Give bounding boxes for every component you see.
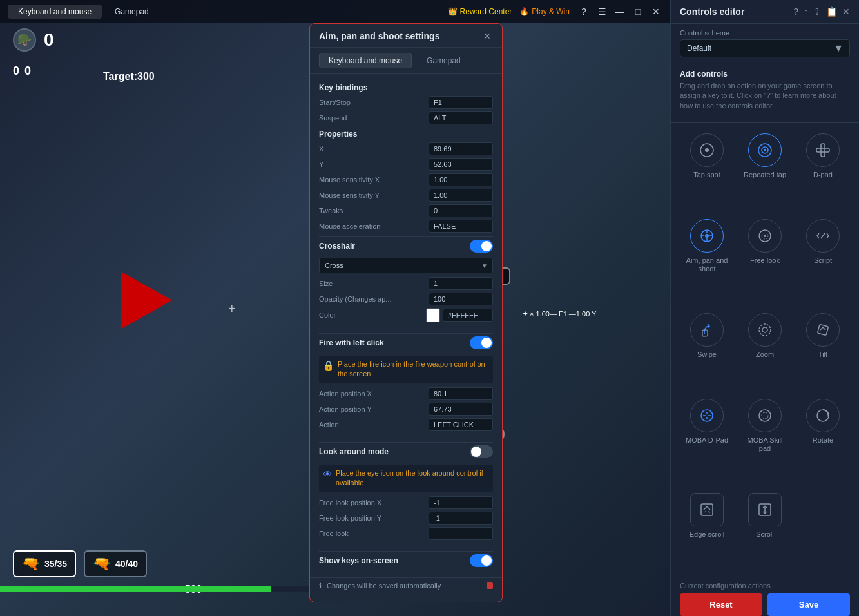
moba-skill-icon-box — [748, 399, 782, 432]
moba-skill-label: MOBA Skill pad — [740, 436, 789, 453]
toggle-show-keys[interactable] — [470, 554, 493, 567]
tilt-label: Tilt — [818, 351, 827, 359]
reward-center[interactable]: 👑 Reward Center — [448, 7, 512, 16]
weapon-slot-primary[interactable]: 🔫 35/35 — [13, 550, 76, 577]
section-properties: Properties — [319, 130, 493, 139]
controls-grid: Tap spot Repeated tap D-pad — [671, 123, 859, 575]
script-icon-box — [806, 219, 840, 253]
maximize-icon[interactable]: □ — [632, 5, 644, 18]
label-show-keys: Show keys on-screen — [319, 556, 398, 565]
field-x: X — [319, 142, 493, 155]
input-tweaks[interactable] — [429, 204, 493, 217]
input-free-look[interactable] — [429, 527, 493, 540]
menu-icon[interactable]: ☰ — [595, 5, 608, 18]
crosshair-type-select[interactable]: Cross — [319, 258, 493, 273]
edge-scroll-icon — [698, 501, 716, 519]
modal-close-button[interactable]: ✕ — [481, 30, 493, 42]
label-tweaks: Tweaks — [319, 207, 429, 215]
aim-pan-shoot-label: Aim, pan and shoot — [682, 256, 731, 273]
label-y: Y — [319, 160, 429, 168]
svg-point-18 — [759, 324, 771, 336]
control-zoom[interactable]: Zoom — [738, 308, 792, 390]
control-tilt[interactable]: Tilt — [796, 308, 850, 390]
label-action: Action — [319, 421, 429, 428]
control-moba-skill[interactable]: MOBA Skill pad — [738, 394, 792, 484]
zoom-icon-box — [748, 313, 782, 347]
input-free-look-x[interactable] — [429, 496, 493, 509]
field-action: Action — [319, 418, 493, 431]
input-x[interactable] — [429, 142, 493, 155]
weapon-icon-primary: 🔫 — [22, 555, 39, 572]
label-free-look-y: Free look position Y — [319, 514, 429, 522]
control-rotate[interactable]: Rotate — [796, 394, 850, 484]
weapon-slot-secondary[interactable]: 🔫 40/40 — [84, 550, 147, 577]
input-opacity[interactable] — [429, 293, 493, 305]
tab-gamepad[interactable]: Gamepad — [104, 5, 159, 19]
scheme-select[interactable]: Default — [680, 39, 850, 57]
control-tap-spot[interactable]: Tap spot — [680, 128, 734, 210]
minimize-icon[interactable]: — — [613, 5, 626, 18]
control-repeated-tap[interactable]: Repeated tap — [738, 128, 792, 210]
help-icon[interactable]: ? — [577, 5, 590, 18]
aim-icon — [698, 227, 716, 245]
ammo-secondary: 40/40 — [115, 559, 138, 569]
control-swipe[interactable]: Swipe — [680, 308, 734, 390]
toggle-fire[interactable] — [470, 336, 493, 349]
unsaved-dot — [487, 582, 493, 589]
input-color[interactable] — [443, 309, 493, 322]
dpad-icon-box — [806, 133, 840, 167]
input-action-y[interactable] — [429, 403, 493, 416]
right-header-icons: ? ↑ ⇪ 📋 ✕ — [793, 6, 850, 17]
input-free-look-y[interactable] — [429, 512, 493, 525]
field-y: Y — [319, 158, 493, 171]
scheme-label: Control scheme — [680, 29, 850, 37]
control-moba-dpad[interactable]: MOBA D-Pad — [680, 394, 734, 484]
crown-icon: 👑 — [448, 7, 458, 16]
reset-button[interactable]: Reset — [680, 593, 762, 616]
close-icon[interactable]: ✕ — [650, 5, 662, 18]
moba-skill-icon — [756, 407, 774, 425]
input-mouse-accel[interactable] — [429, 220, 493, 233]
input-start-stop[interactable] — [429, 96, 493, 109]
close-panel-icon[interactable]: ✕ — [842, 6, 850, 17]
window-controls: ? ☰ — □ ✕ — [577, 5, 662, 18]
toggle-crosshair[interactable] — [470, 240, 493, 253]
toggle-show-keys-row: Show keys on-screen — [319, 551, 493, 570]
color-swatch[interactable] — [426, 308, 440, 322]
export-icon[interactable]: ⇪ — [813, 6, 821, 17]
upload-icon[interactable]: ↑ — [804, 6, 808, 17]
modal-tab-keyboard[interactable]: Keyboard and mouse — [319, 53, 412, 68]
input-action[interactable] — [429, 418, 493, 431]
control-dpad[interactable]: D-pad — [796, 128, 850, 210]
input-mouse-sens-x[interactable] — [429, 173, 493, 186]
fire-hint-text: Place the fire icon in the fire weapon c… — [338, 360, 489, 380]
label-fire: Fire with left click — [319, 338, 384, 347]
control-aim-pan-shoot[interactable]: Aim, pan and shoot — [680, 214, 734, 304]
field-free-look: Free look — [319, 527, 493, 540]
look-hint: 👁 Place the eye icon on the look around … — [319, 465, 493, 492]
modal-tab-gamepad[interactable]: Gamepad — [417, 53, 470, 68]
top-bar-right: 👑 Reward Center 🔥 Play & Win ? ☰ — □ ✕ — [448, 5, 662, 18]
import-icon[interactable]: 📋 — [826, 6, 837, 17]
play-win[interactable]: 🔥 Play & Win — [519, 7, 570, 16]
control-free-look[interactable]: Free look — [738, 214, 792, 304]
fire-icon: 🔥 — [519, 7, 529, 16]
toggle-look[interactable] — [470, 445, 493, 458]
control-edge-scroll[interactable]: Edge scroll — [680, 488, 734, 570]
fire-hint: 🔒 Place the fire icon in the fire weapon… — [319, 356, 493, 383]
control-script[interactable]: Script — [796, 214, 850, 304]
label-mouse-sens-y: Mouse sensitivity Y — [319, 191, 429, 199]
input-action-x[interactable] — [429, 387, 493, 400]
input-suspend[interactable] — [429, 111, 493, 124]
input-y[interactable] — [429, 158, 493, 171]
svg-rect-6 — [816, 148, 829, 152]
help-panel-icon[interactable]: ? — [793, 6, 798, 17]
dpad-icon — [814, 141, 832, 159]
tab-keyboard-and-mouse[interactable]: Keyboard and mouse — [8, 5, 102, 19]
input-size[interactable] — [429, 277, 493, 290]
control-scroll[interactable]: Scroll — [738, 488, 792, 570]
save-button[interactable]: Save — [767, 593, 850, 616]
zoom-label: Zoom — [756, 351, 774, 359]
input-mouse-sens-y[interactable] — [429, 189, 493, 202]
changes-bar: ℹ Changes will be saved automatically — [310, 577, 502, 594]
